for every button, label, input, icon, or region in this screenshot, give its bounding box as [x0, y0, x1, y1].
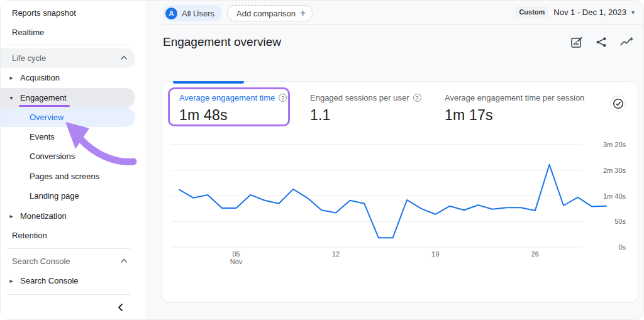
help-icon[interactable]: ?: [413, 94, 421, 102]
topbar: A All Users Add comparison + Custom Nov …: [145, 1, 643, 25]
plus-icon: +: [300, 8, 306, 18]
arrow-drop-down-icon[interactable]: ▾: [7, 94, 16, 101]
ga4-engagement-overview-screen: Reports snapshotRealtimeLife cycle▸Acqui…: [0, 0, 644, 320]
segment-label: All Users: [182, 9, 214, 18]
sidebar-item-acquisition[interactable]: ▸Acquisition: [1, 68, 135, 87]
metric-tab-engaged-sessions-per-user[interactable]: Engaged sessions per user?1.1: [310, 93, 421, 124]
metric-tab-indicator: [173, 81, 244, 84]
metric-label: Average engagement time per session: [445, 93, 584, 102]
date-range-label: Nov 1 - Dec 1, 2023: [553, 8, 626, 17]
sidebar-item-label: Pages and screens: [1, 172, 99, 181]
metric-tab-average-engagement-time[interactable]: Average engagement time?1m 48s: [179, 93, 287, 124]
engagement-overview-card: Average engagement time?1m 48sEngaged se…: [162, 81, 638, 302]
add-comparison-button[interactable]: Add comparison +: [227, 5, 313, 21]
sidebar-item-pages-and-screens[interactable]: Pages and screens: [1, 167, 135, 186]
metric-value: 1m 17s: [445, 107, 584, 124]
x-axis-tick-sublabel: Nov: [230, 258, 243, 265]
annotation-underline: [19, 105, 70, 107]
page-title: Engagement overview: [163, 35, 281, 49]
x-axis-tick-label: 26: [531, 250, 539, 258]
x-axis-tick-label: 05: [232, 250, 240, 258]
metric-value: 1.1: [310, 107, 421, 124]
sidebar-item-label: Life cycle: [1, 53, 46, 63]
sidebar-item-overview[interactable]: Overview: [1, 108, 135, 127]
metric-label: Engaged sessions per user: [310, 93, 409, 102]
y-axis-tick-label: 2m 30s: [603, 167, 626, 174]
insights-icon[interactable]: [619, 35, 633, 49]
date-range-mode-badge: Custom: [515, 6, 548, 18]
sidebar-section-life-cycle[interactable]: Life cycle: [1, 48, 135, 68]
sidebar-collapse-button[interactable]: [113, 301, 129, 317]
sidebar-item-label: Overview: [1, 113, 64, 122]
check-circle-icon[interactable]: [610, 96, 626, 112]
sidebar-item-label: Realtime: [1, 28, 44, 37]
sidebar-item-conversions[interactable]: Conversions: [1, 146, 135, 166]
sidebar-item-label: Reports snapshot: [1, 8, 76, 18]
sidebar-item-reports-snapshot[interactable]: Reports snapshot: [1, 3, 135, 23]
sidebar-item-label: Events: [1, 132, 55, 141]
y-axis-tick-label: 50s: [614, 218, 626, 225]
sidebar-divider: [7, 248, 130, 249]
segment-avatar-icon: A: [165, 8, 177, 19]
audience-segment-chip[interactable]: A All Users: [163, 5, 222, 21]
caret-down-icon: ▾: [631, 9, 635, 16]
y-axis-tick-label: 1m 40s: [603, 192, 626, 200]
sidebar-item-label: Landing page: [1, 191, 79, 201]
chevron-right-icon[interactable]: ▸: [7, 212, 16, 219]
x-axis-tick-label: 12: [332, 250, 340, 258]
date-range-picker[interactable]: Custom Nov 1 - Dec 1, 2023 ▾: [515, 6, 635, 18]
sidebar-item-search-console[interactable]: ▸Search Console: [1, 271, 135, 290]
customize-report-icon[interactable]: [569, 35, 583, 49]
help-icon[interactable]: ?: [279, 94, 287, 102]
chevron-right-icon[interactable]: ▸: [7, 277, 16, 284]
sidebar-item-label: Conversions: [1, 152, 75, 161]
add-comparison-label: Add comparison: [236, 9, 296, 18]
chevron-up-icon[interactable]: [120, 54, 128, 63]
metric-value: 1m 48s: [179, 107, 287, 124]
sidebar-divider: [7, 294, 130, 295]
x-axis-tick-label: 19: [431, 250, 439, 258]
avg-engagement-time-series: [179, 165, 606, 238]
sidebar-item-landing-page[interactable]: Landing page: [1, 186, 135, 206]
sidebar-item-retention[interactable]: Retention: [1, 226, 135, 245]
sidebar-item-label: Search Console: [1, 257, 70, 266]
main-content: A All Users Add comparison + Custom Nov …: [145, 1, 643, 319]
sidebar-item-realtime[interactable]: Realtime: [1, 23, 135, 42]
sidebar-item-label: Retention: [1, 231, 47, 240]
sidebar: Reports snapshotRealtimeLife cycle▸Acqui…: [1, 1, 145, 319]
y-axis-tick-label: 0s: [618, 243, 626, 251]
metric-tab-average-engagement-time-per-session[interactable]: Average engagement time per session1m 17…: [445, 93, 584, 124]
sidebar-divider: [7, 45, 130, 45]
chevron-up-icon[interactable]: [120, 257, 128, 267]
engagement-line-chart[interactable]: 0s50s1m 40s2m 30s3m 20s05Nov121926: [162, 135, 639, 303]
sidebar-item-monetization[interactable]: ▸Monetization: [1, 206, 135, 226]
sidebar-item-events[interactable]: Events: [1, 127, 135, 146]
share-icon[interactable]: [594, 35, 608, 49]
sidebar-section-search-console[interactable]: Search Console: [1, 251, 135, 271]
chevron-left-icon: [116, 302, 126, 315]
metric-label: Average engagement time: [179, 93, 275, 102]
chevron-right-icon[interactable]: ▸: [7, 74, 16, 81]
y-axis-tick-label: 3m 20s: [603, 141, 626, 148]
